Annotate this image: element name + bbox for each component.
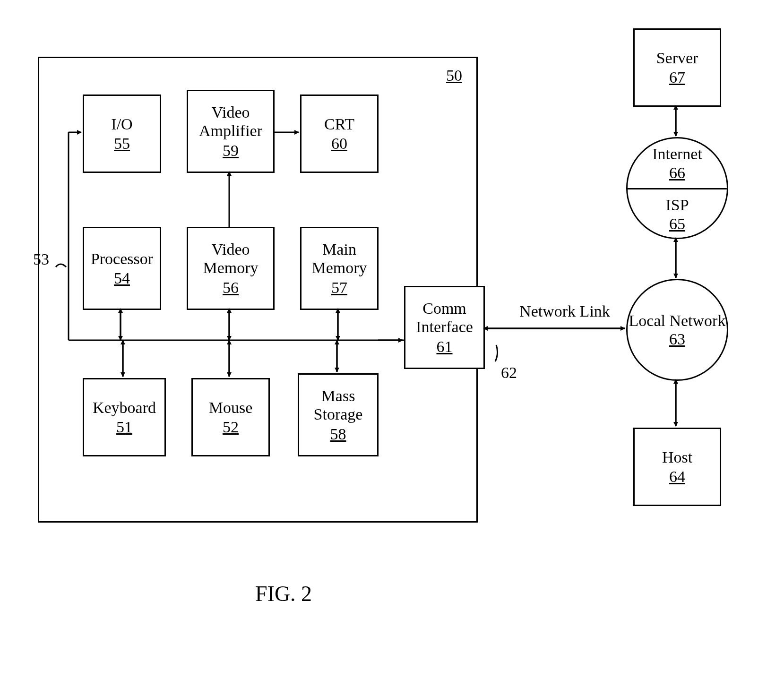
block-keyboard: Keyboard 51	[83, 378, 166, 456]
block-internet-num: 66	[669, 163, 685, 182]
block-isp-num: 65	[669, 215, 685, 233]
block-keyboard-num: 51	[116, 418, 132, 436]
block-mainmem-num: 57	[331, 278, 347, 297]
block-internet-isp: Internet 66 ISP 65	[626, 137, 728, 239]
block-video-memory: Video Memory 56	[187, 227, 275, 310]
block-io-label: I/O	[111, 115, 132, 133]
block-isp: ISP 65	[628, 189, 727, 239]
block-processor-num: 54	[114, 269, 130, 287]
block-videomem-num: 56	[223, 278, 239, 297]
block-processor-label: Processor	[91, 249, 153, 268]
block-comm-num: 61	[437, 337, 453, 356]
block-comm-interface: Comm Interface 61	[404, 286, 485, 369]
block-keyboard-label: Keyboard	[93, 398, 156, 417]
block-mouse-num: 52	[223, 418, 239, 436]
block-host-num: 64	[669, 467, 685, 486]
block-processor: Processor 54	[83, 227, 161, 310]
block-io-num: 55	[114, 134, 130, 153]
network-link-num: 62	[501, 364, 517, 382]
block-internet-label: Internet	[652, 145, 702, 163]
block-mass-num: 58	[330, 425, 346, 443]
block-server: Server 67	[633, 28, 721, 107]
block-crt-num: 60	[331, 134, 347, 153]
block-server-label: Server	[656, 49, 698, 67]
block-mainmem-label: Main Memory	[302, 240, 377, 277]
block-video-amplifier: Video Amplifier 59	[187, 90, 275, 173]
block-host-label: Host	[662, 448, 692, 466]
block-main-memory: Main Memory 57	[300, 227, 379, 310]
block-isp-label: ISP	[665, 196, 689, 214]
block-videoamp-num: 59	[223, 141, 239, 160]
block-local-network: Local Network 63	[626, 279, 728, 381]
frame-number: 50	[446, 67, 462, 85]
block-server-num: 67	[669, 68, 685, 86]
block-mass-label: Mass Storage	[299, 387, 377, 423]
block-io: I/O 55	[83, 95, 161, 173]
block-localnet-num: 63	[669, 330, 685, 348]
block-videoamp-label: Video Amplifier	[188, 103, 273, 140]
block-crt: CRT 60	[300, 95, 379, 173]
block-localnet-label: Local Network	[629, 311, 726, 330]
block-mouse-label: Mouse	[209, 398, 253, 417]
block-host: Host 64	[633, 428, 721, 506]
block-videomem-label: Video Memory	[188, 240, 273, 277]
block-internet: Internet 66	[628, 138, 727, 189]
block-mouse: Mouse 52	[191, 378, 270, 456]
block-mass-storage: Mass Storage 58	[298, 373, 379, 456]
network-link-label: Network Link	[517, 302, 612, 320]
diagram-canvas: 50 I/O 55 Video Amplifier 59 CRT 60 Proc…	[0, 0, 784, 696]
block-comm-label: Comm Interface	[405, 299, 483, 336]
figure-caption: FIG. 2	[255, 581, 312, 606]
bus-label: 53	[33, 250, 49, 268]
block-crt-label: CRT	[324, 115, 354, 133]
